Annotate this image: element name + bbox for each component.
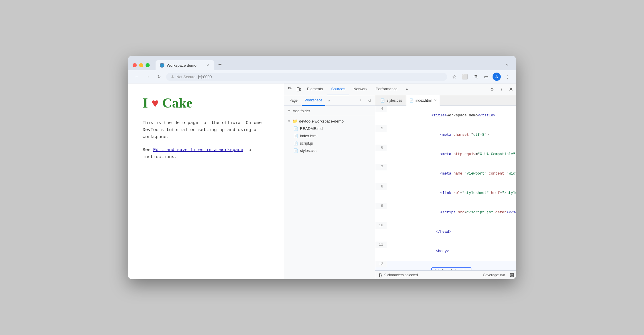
devtools-status-bar: {} 9 characters selected Coverage: n/a 🖼 bbox=[375, 270, 516, 279]
add-folder-label: Add folder bbox=[293, 109, 310, 113]
not-secure-label: Not Secure bbox=[176, 75, 196, 79]
code-line-5: 5 <meta charset="utf-8"> bbox=[375, 125, 516, 145]
devtools-more-button[interactable]: ⋮ bbox=[498, 85, 506, 93]
tab-elements[interactable]: Elements bbox=[303, 83, 327, 95]
tab-network[interactable]: Network bbox=[349, 83, 372, 95]
code-area[interactable]: 4 <title>Workspace demo</title> 5 <meta … bbox=[375, 106, 516, 270]
editor-tab-index[interactable]: 📄 index.html ✕ bbox=[406, 95, 440, 106]
line-number: 8 bbox=[375, 183, 387, 190]
bookmark-button[interactable]: ☆ bbox=[450, 73, 458, 81]
page-paragraph-2: See Edit and save files in a workspace f… bbox=[143, 147, 269, 161]
tab-list-button[interactable]: ⌄ bbox=[503, 60, 511, 68]
heading-i-text: I bbox=[143, 95, 148, 111]
device-toggle-button[interactable] bbox=[295, 85, 303, 93]
lab-button[interactable]: ⚗ bbox=[471, 73, 480, 81]
workspace-link[interactable]: Edit and save files in a workspace bbox=[153, 148, 243, 153]
folder-icon: 📁 bbox=[292, 119, 297, 123]
file-icon-script: 📄 bbox=[293, 141, 298, 145]
file-name-script: script.js bbox=[300, 141, 313, 145]
code-line-8: 8 <link rel="stylesheet" href="/style bbox=[375, 183, 516, 203]
folder-name: devtools-workspace-demo bbox=[299, 119, 344, 123]
maximize-window-button[interactable] bbox=[146, 63, 150, 67]
devtools-settings-button[interactable]: ⚙ bbox=[488, 85, 496, 93]
line-code: <body> bbox=[387, 242, 449, 261]
forward-button[interactable]: → bbox=[144, 73, 152, 81]
add-folder-row[interactable]: + Add folder bbox=[284, 106, 375, 116]
sources-toggle-sidebar[interactable]: ◁ bbox=[366, 97, 373, 104]
editor-tabs: 📄 styles.css 📄 index.html ✕ bbox=[375, 95, 516, 106]
devtools-close-button[interactable]: ✕ bbox=[507, 85, 515, 93]
sources-panel: Page Workspace » ⋮ ◁ + Add folder bbox=[284, 95, 516, 279]
format-button[interactable]: {} bbox=[379, 273, 382, 277]
page-heading: I ♥ Cake bbox=[143, 95, 269, 111]
code-line-12-highlighted: 12 <h1>I ♥ Cake</h1> bbox=[375, 261, 516, 270]
editor-tab-styles[interactable]: 📄 styles.css bbox=[378, 95, 405, 106]
file-row-index[interactable]: 📄 index.html bbox=[284, 132, 375, 140]
warning-icon: ⚠ bbox=[171, 75, 174, 79]
minimize-window-button[interactable] bbox=[139, 63, 143, 67]
screenshot-button[interactable]: 🖼 bbox=[510, 273, 514, 277]
more-options-button[interactable]: ⋮ bbox=[503, 73, 511, 81]
address-right-icons: ☆ ⬜ ⚗ ▭ A ⋮ bbox=[450, 73, 511, 81]
tab-row: 🌐 Workspace demo ✕ + ⌄ bbox=[133, 60, 511, 70]
file-row-styles[interactable]: 📄 styles.css bbox=[284, 147, 375, 154]
code-line-4: 4 <title>Workspace demo</title> bbox=[375, 106, 516, 125]
file-icon-readme: 📄 bbox=[293, 126, 298, 131]
line-number: 11 bbox=[375, 242, 387, 248]
sources-tabs: Page Workspace » ⋮ ◁ bbox=[284, 95, 375, 106]
address-bar: ← → ↻ ⚠ Not Secure [::]:8000 ☆ ⬜ ⚗ ▭ A ⋮ bbox=[128, 70, 516, 83]
file-row-readme[interactable]: 📄 README.md bbox=[284, 125, 375, 132]
devtools-panel: Elements Sources Network Performance » ⚙… bbox=[284, 83, 516, 279]
line-number: 10 bbox=[375, 222, 387, 229]
sources-more-options[interactable]: ⋮ bbox=[357, 97, 364, 104]
code-editor: 📄 styles.css 📄 index.html ✕ bbox=[375, 95, 516, 279]
line-number: 6 bbox=[375, 145, 387, 151]
sources-tabs-more[interactable]: » bbox=[326, 97, 332, 104]
title-bar: 🌐 Workspace demo ✕ + ⌄ bbox=[128, 56, 516, 70]
line-code: <meta charset="utf-8"> bbox=[387, 125, 489, 145]
chevron-down-icon: ▼ bbox=[288, 120, 291, 123]
line-code: <meta name="viewport" content="widt bbox=[387, 164, 516, 183]
tab-sources[interactable]: Sources bbox=[327, 83, 349, 95]
file-tree: ▼ 📁 devtools-workspace-demo 📄 README.md … bbox=[284, 116, 375, 279]
sources-tab-page[interactable]: Page bbox=[286, 95, 301, 106]
reload-button[interactable]: ↻ bbox=[155, 73, 163, 81]
close-window-button[interactable] bbox=[133, 63, 137, 67]
back-button[interactable]: ← bbox=[133, 73, 141, 81]
line-code: <link rel="stylesheet" href="/style bbox=[387, 183, 516, 203]
heading-cake-text: Cake bbox=[162, 95, 192, 111]
tab-right-controls: ⌄ bbox=[503, 60, 511, 70]
folder-row[interactable]: ▼ 📁 devtools-workspace-demo bbox=[284, 117, 375, 125]
tab-favicon-icon: 🌐 bbox=[160, 63, 164, 68]
line-code: <meta http-equiv="X-UA-Compatible" bbox=[387, 145, 515, 164]
page-paragraph-1: This is the demo page for the official C… bbox=[143, 120, 269, 141]
line-code: </head> bbox=[387, 222, 451, 242]
tab-more[interactable]: » bbox=[402, 83, 412, 95]
line-code: <script src="/script.js" defer></sc bbox=[387, 203, 516, 222]
line-number: 12 bbox=[375, 261, 387, 267]
code-line-9: 9 <script src="/script.js" defer></sc bbox=[375, 203, 516, 222]
address-input[interactable]: ⚠ Not Secure [::]:8000 bbox=[166, 73, 447, 81]
characters-selected: 9 characters selected bbox=[384, 273, 418, 277]
inspect-element-button[interactable] bbox=[286, 85, 295, 93]
active-tab[interactable]: 🌐 Workspace demo ✕ bbox=[156, 60, 214, 70]
profile-button[interactable]: A bbox=[493, 73, 501, 81]
close-tab-button[interactable]: ✕ bbox=[434, 98, 437, 102]
file-row-script[interactable]: 📄 script.js bbox=[284, 140, 375, 147]
traffic-lights bbox=[133, 63, 150, 70]
index-html-icon: 📄 bbox=[409, 98, 414, 103]
line-number: 7 bbox=[375, 164, 387, 170]
sources-tab-workspace[interactable]: Workspace bbox=[302, 95, 325, 106]
line-number: 5 bbox=[375, 125, 387, 132]
code-line-10: 10 </head> bbox=[375, 222, 516, 242]
file-icon-styles: 📄 bbox=[293, 148, 298, 153]
tab-title: Workspace demo bbox=[167, 63, 196, 68]
tab-close-button[interactable]: ✕ bbox=[205, 63, 210, 68]
sidebar-button[interactable]: ▭ bbox=[482, 73, 490, 81]
styles-css-icon: 📄 bbox=[381, 98, 385, 103]
line-number: 4 bbox=[375, 106, 387, 112]
tab-performance[interactable]: Performance bbox=[372, 83, 402, 95]
page-content: I ♥ Cake This is the demo page for the o… bbox=[128, 83, 284, 279]
new-tab-button[interactable]: + bbox=[216, 61, 224, 70]
extensions-button[interactable]: ⬜ bbox=[461, 73, 469, 81]
